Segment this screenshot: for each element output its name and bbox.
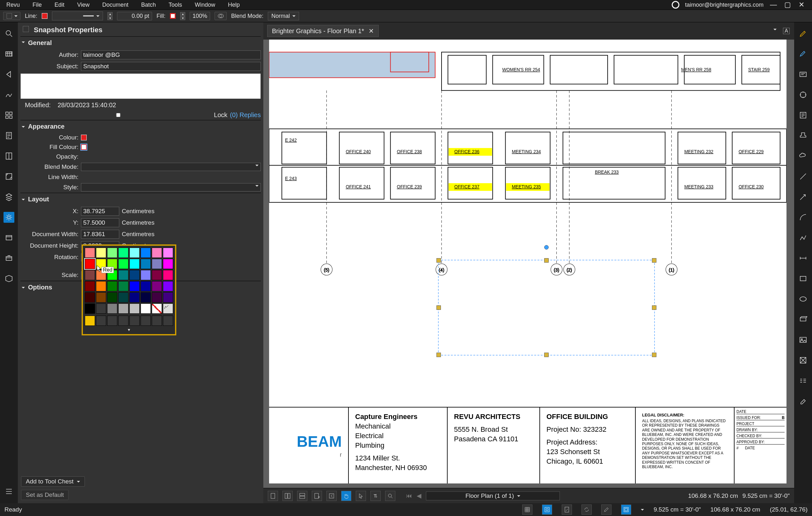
menu-edit[interactable]: Edit (55, 2, 64, 8)
recent-color-swatch[interactable] (163, 316, 173, 326)
pen-icon[interactable] (798, 28, 809, 39)
color-swatch[interactable] (163, 248, 173, 258)
color-swatch[interactable] (141, 270, 151, 280)
maximize-button[interactable]: ▢ (783, 1, 791, 9)
color-swatch[interactable] (85, 292, 95, 302)
callout-icon[interactable] (798, 89, 809, 100)
color-swatch[interactable] (85, 303, 95, 314)
polyline-tool-icon[interactable] (798, 232, 809, 243)
pan-tool-icon[interactable] (341, 491, 351, 501)
select-tool-button[interactable] (3, 12, 21, 20)
section-layout[interactable]: Layout (21, 193, 261, 206)
layers-icon[interactable] (3, 191, 14, 202)
set-as-default-button[interactable]: Set as Default (21, 490, 68, 500)
color-swatch[interactable] (129, 270, 140, 280)
color-swatch[interactable] (163, 292, 173, 302)
color-swatch[interactable] (118, 292, 128, 302)
page-mode-icon[interactable] (621, 505, 631, 515)
cloud-icon[interactable] (798, 151, 809, 161)
color-swatch[interactable] (107, 292, 117, 302)
recent-color-swatch[interactable] (96, 316, 106, 326)
bookmarks-icon[interactable] (3, 151, 14, 161)
comment-textarea[interactable] (21, 73, 261, 99)
color-swatch[interactable] (141, 292, 151, 302)
color-swatch[interactable] (85, 270, 95, 280)
menu-window[interactable]: Window (195, 2, 215, 8)
split-horizontal-icon[interactable] (297, 491, 307, 501)
color-swatch[interactable] (152, 259, 162, 269)
ellipse-tool-icon[interactable] (798, 294, 809, 304)
color-swatch[interactable] (118, 259, 128, 269)
color-swatch[interactable] (118, 281, 128, 291)
recent-color-swatch[interactable] (118, 316, 128, 326)
y-input[interactable] (81, 218, 119, 227)
color-swatch[interactable] (118, 303, 128, 314)
section-general[interactable]: General (21, 36, 261, 49)
color-swatch[interactable] (163, 270, 173, 280)
color-swatch[interactable] (85, 248, 95, 258)
color-swatch[interactable] (118, 248, 128, 258)
text-style-icon[interactable]: A (783, 28, 790, 34)
subject-input[interactable] (81, 62, 261, 71)
page-selector[interactable]: Floor Plan (1 of 1) (426, 491, 560, 500)
recent-color-swatch[interactable] (129, 316, 140, 326)
color-swatch[interactable] (107, 248, 117, 258)
sync-icon[interactable] (581, 505, 592, 515)
menu-document[interactable]: Document (102, 2, 128, 8)
recent-color-swatch[interactable] (107, 316, 117, 326)
menu-file[interactable]: File (32, 2, 42, 8)
color-swatch[interactable] (152, 281, 162, 291)
rectangle-tool-icon[interactable] (798, 273, 809, 284)
replies-link[interactable]: (0) Replies (230, 111, 261, 119)
count-tool-icon[interactable] (798, 355, 809, 366)
document-tab[interactable]: Brighter Graphics - Floor Plan 1*✕ (267, 25, 379, 37)
color-swatch[interactable] (129, 281, 140, 291)
forms-icon[interactable] (3, 130, 14, 141)
recent-color-swatch[interactable] (85, 316, 95, 326)
textbox-icon[interactable] (798, 69, 809, 80)
color-swatch[interactable] (141, 303, 151, 314)
resize-handle-w[interactable] (436, 305, 441, 310)
eyedropper-icon[interactable] (163, 303, 173, 314)
fillcolour-swatch[interactable] (81, 144, 87, 150)
docwidth-input[interactable] (81, 230, 119, 239)
resize-handle-e[interactable] (652, 305, 657, 310)
toolchest-icon[interactable] (3, 253, 14, 264)
color-swatch[interactable] (141, 281, 151, 291)
tab-close-icon[interactable]: ✕ (369, 27, 374, 35)
color-swatch[interactable] (107, 303, 117, 314)
properties-icon[interactable] (3, 212, 14, 223)
color-swatch[interactable] (129, 259, 140, 269)
menu-view[interactable]: View (77, 2, 90, 8)
zoom-tool-icon[interactable] (385, 491, 395, 501)
highlighter-icon[interactable] (798, 49, 809, 59)
close-button[interactable]: ✕ (798, 1, 806, 9)
x-input[interactable] (81, 207, 119, 216)
color-picker-expand[interactable]: ▾ (85, 327, 173, 332)
prev-page-icon[interactable]: ◀ (417, 492, 422, 499)
color-swatch[interactable] (85, 259, 95, 269)
scale-doc-icon[interactable] (562, 505, 572, 515)
blend-icon-button[interactable] (214, 12, 227, 20)
color-swatch[interactable] (163, 259, 173, 269)
select-cursor-icon[interactable] (356, 491, 366, 501)
polygon-tool-icon[interactable] (798, 314, 809, 325)
line-tool-icon[interactable] (798, 171, 809, 182)
color-swatch[interactable] (141, 248, 151, 258)
blend-select[interactable] (81, 163, 261, 171)
lock-checkbox[interactable] (26, 113, 210, 117)
menu-batch[interactable]: Batch (141, 2, 156, 8)
menu-help[interactable]: Help (228, 2, 240, 8)
resize-handle-n[interactable] (544, 258, 549, 263)
color-swatch[interactable] (152, 303, 162, 314)
resize-handle-sw[interactable] (436, 353, 441, 357)
recent-color-swatch[interactable] (152, 316, 162, 326)
color-swatch[interactable] (118, 270, 128, 280)
color-swatch[interactable] (96, 292, 106, 302)
author-input[interactable] (81, 50, 261, 59)
sets-icon[interactable] (3, 232, 14, 243)
menu-revu[interactable]: Revu (6, 2, 20, 8)
signature-icon[interactable] (3, 89, 14, 100)
selection-rect[interactable] (438, 260, 655, 355)
single-page-icon[interactable] (268, 491, 278, 501)
